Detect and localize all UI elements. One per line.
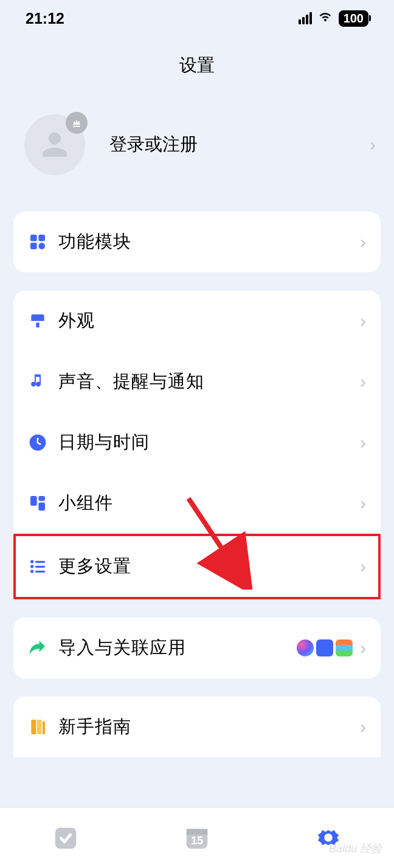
chevron-right-icon: ›	[360, 493, 366, 514]
svg-point-12	[30, 570, 33, 573]
row-import[interactable]: 导入与关联应用 ›	[13, 618, 381, 678]
chevron-right-icon: ›	[360, 371, 366, 392]
modules-icon	[28, 232, 47, 252]
sound-icon	[28, 372, 47, 391]
chevron-right-icon: ›	[360, 556, 366, 577]
svg-rect-5	[30, 496, 37, 506]
tab-calendar[interactable]: 15	[181, 822, 213, 854]
row-sound[interactable]: 声音、提醒与通知 ›	[13, 351, 381, 412]
linked-apps-icons	[297, 639, 353, 656]
settings-group-4: 新手指南 ›	[13, 697, 381, 757]
row-appearance[interactable]: 外观 ›	[13, 291, 381, 351]
cellular-signal-icon	[299, 12, 312, 24]
row-guide[interactable]: 新手指南 ›	[13, 697, 381, 757]
svg-rect-7	[38, 503, 45, 511]
status-indicators: 100	[299, 9, 368, 27]
siri-icon	[297, 639, 314, 656]
appearance-icon	[28, 311, 47, 331]
chevron-right-icon: ›	[360, 432, 366, 453]
row-more-settings[interactable]: 更多设置 ›	[16, 536, 378, 597]
row-label: 导入与关联应用	[58, 636, 297, 660]
profile-login-row[interactable]: 登录或注册 ›	[0, 102, 394, 212]
svg-rect-20	[187, 828, 208, 835]
svg-rect-14	[31, 720, 36, 734]
row-label: 外观	[58, 309, 360, 333]
battery-indicator: 100	[339, 10, 368, 27]
page-title: 设置	[0, 36, 394, 102]
row-label: 新手指南	[58, 715, 360, 739]
row-modules[interactable]: 功能模块 ›	[13, 212, 381, 272]
svg-point-3	[38, 243, 45, 249]
datetime-icon	[28, 433, 47, 452]
chevron-right-icon: ›	[360, 717, 366, 737]
row-label: 小组件	[58, 491, 360, 515]
guide-icon	[28, 717, 47, 737]
svg-point-8	[30, 560, 33, 563]
svg-rect-11	[35, 566, 45, 568]
row-label: 日期与时间	[58, 430, 360, 455]
svg-rect-15	[37, 720, 42, 734]
tab-tasks[interactable]	[50, 822, 81, 854]
row-label: 声音、提醒与通知	[58, 370, 360, 394]
status-time: 21:12	[26, 10, 64, 27]
settings-group-3: 导入与关联应用 ›	[13, 618, 381, 678]
svg-rect-0	[30, 235, 37, 241]
chevron-right-icon: ›	[360, 311, 366, 331]
svg-rect-1	[38, 235, 45, 241]
svg-rect-2	[30, 243, 37, 249]
more-settings-icon	[28, 557, 47, 576]
avatar-wrap	[24, 114, 85, 175]
chevron-right-icon: ›	[360, 638, 366, 658]
svg-rect-9	[35, 561, 45, 563]
calendar-icon	[316, 639, 333, 656]
reminders-icon	[336, 639, 353, 656]
chevron-right-icon: ›	[360, 232, 366, 252]
watermark: Baidu 经验	[329, 841, 382, 856]
import-icon	[28, 638, 47, 658]
widget-icon	[28, 494, 47, 513]
bottom-tab-bar: 15	[0, 807, 394, 868]
svg-point-21	[324, 833, 332, 841]
wifi-icon	[318, 9, 333, 27]
chevron-right-icon: ›	[370, 134, 376, 155]
row-label: 功能模块	[58, 230, 360, 254]
status-bar: 21:12 100	[0, 0, 394, 36]
svg-rect-6	[38, 496, 45, 501]
row-widget[interactable]: 小组件 ›	[13, 473, 381, 534]
row-datetime[interactable]: 日期与时间 ›	[13, 412, 381, 473]
row-label: 更多设置	[58, 554, 360, 579]
highlighted-row-container: 更多设置 ›	[13, 534, 381, 599]
tab-calendar-date: 15	[191, 835, 203, 847]
crown-badge-icon	[66, 112, 88, 134]
settings-group-1: 功能模块 ›	[13, 212, 381, 272]
svg-rect-13	[35, 571, 45, 573]
svg-rect-16	[43, 722, 45, 734]
settings-group-2: 外观 › 声音、提醒与通知 › 日期与时间 › 小组件 ›	[13, 291, 381, 534]
login-register-label: 登录或注册	[109, 133, 370, 157]
svg-point-10	[30, 565, 33, 568]
